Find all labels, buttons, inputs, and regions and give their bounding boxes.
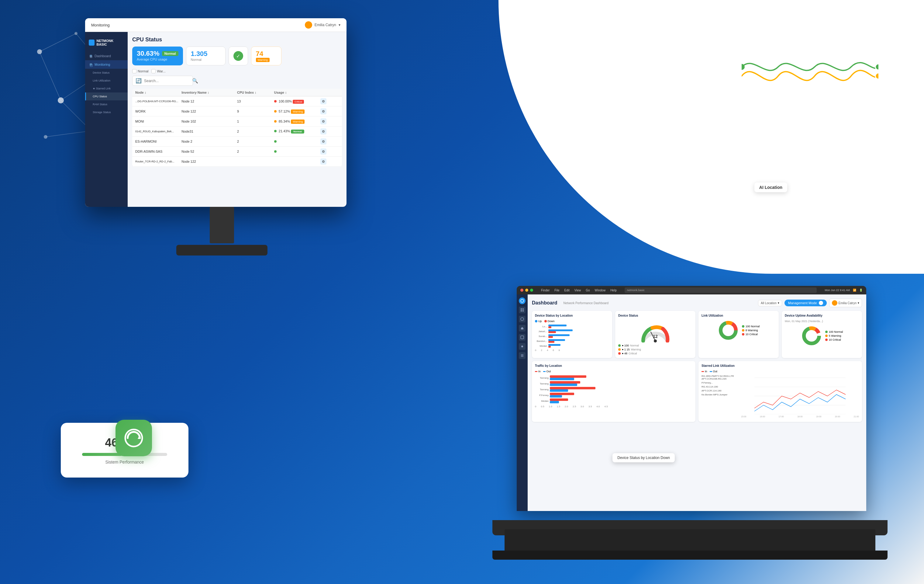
warning-label: War... — [157, 69, 165, 73]
sidebar-icon-4[interactable] — [519, 325, 526, 331]
minimize-button[interactable] — [525, 289, 528, 292]
perf-label: Sistem Performance — [106, 460, 144, 465]
normal-checkbox[interactable] — [132, 69, 137, 73]
sidebar-item-dashboard[interactable]: ⊞ Dashboard — [85, 52, 128, 60]
user-dropdown[interactable]: Emilia Catryn ▾ — [829, 299, 862, 307]
menu-edit[interactable]: Edit — [564, 289, 569, 292]
bar-down — [548, 326, 551, 328]
bar-in — [550, 376, 586, 378]
sidebar-icon-1[interactable] — [519, 298, 526, 304]
up-dot — [535, 320, 537, 323]
menu-window[interactable]: Window — [595, 289, 606, 292]
filter-normal[interactable]: Normal — [132, 69, 148, 73]
usage-cell: 21.43% Normal — [274, 129, 320, 134]
menu-finder[interactable]: Finder — [541, 289, 549, 292]
sidebar-icon-3[interactable] — [519, 316, 526, 323]
gauge-chart: 12 — [640, 321, 670, 342]
sidebar-item-ram[interactable]: RAM Status — [85, 100, 128, 108]
search-input[interactable] — [144, 79, 190, 83]
sidebar-item-link-util[interactable]: Link Utilization — [85, 77, 128, 84]
normal-dot — [742, 325, 744, 328]
legend-warning: 5 Warning — [825, 334, 843, 337]
action-button[interactable]: ⚙ — [320, 118, 327, 124]
stat-1305-card: 1.305 Normal — [186, 46, 226, 65]
sidebar-label-monitoring: Monitoring — [94, 63, 110, 66]
action-button[interactable]: ⚙ — [320, 138, 327, 144]
legend-critical: 10 Critical — [742, 333, 760, 336]
col-node: Node ↕ — [135, 91, 182, 94]
maximize-button[interactable] — [530, 289, 533, 292]
menu-go[interactable]: Go — [586, 289, 590, 292]
monitor-stand — [210, 207, 234, 243]
traffic-row-2: Tanrang — [535, 381, 692, 386]
svg-point-37 — [724, 326, 733, 334]
action-button[interactable]: ⚙ — [320, 149, 327, 154]
warning-dot — [825, 334, 828, 337]
menu-help[interactable]: Help — [610, 289, 617, 292]
legend-warning: ● 1 15 Warning — [618, 348, 692, 351]
sparkline-container: 15:0016:0017:0018:0019:0020:0021:00 — [741, 375, 859, 418]
management-mode-toggle[interactable]: Management Mode — [784, 299, 827, 306]
bar-out — [550, 384, 577, 386]
desktop-monitor: Monitoring Emilia Catryn ▾ NETMONK BASIC — [85, 18, 359, 261]
dropdown-chevron: ▾ — [338, 23, 340, 27]
close-button[interactable] — [520, 289, 523, 292]
bottom-widgets: Traffic by Location In Out — [532, 361, 862, 422]
action-button[interactable]: ⚙ — [320, 128, 327, 134]
critical-count: ● 48 — [622, 352, 627, 355]
stat-1305: 1.305 — [191, 50, 208, 58]
critical-count: 10 Critical — [829, 338, 841, 341]
node-cell: ES-HARMONI — [135, 140, 182, 143]
location-filter[interactable]: All Location ▾ — [758, 300, 782, 306]
sidebar-item-storage[interactable]: Storage Status — [85, 108, 128, 116]
out-legend: Out — [543, 370, 551, 373]
menu-file[interactable]: File — [554, 289, 559, 292]
warning-badge-row: Warning — [291, 109, 305, 114]
sidebar-icon-6[interactable] — [519, 343, 526, 350]
action-button[interactable]: ⚙ — [320, 159, 327, 165]
sidebar-item-cpu[interactable]: CPU Status — [85, 93, 128, 100]
status-indicator — [274, 140, 277, 143]
status-indicator — [274, 100, 277, 103]
time-axis: 15:0016:0017:0018:0019:0020:0021:00 — [741, 415, 859, 418]
search-submit-icon[interactable]: 🔍 — [192, 78, 198, 84]
address-bar[interactable]: netmonk.basic — [625, 288, 817, 293]
table-row: ...DG.POLBAN.MT-CCR1036-RG... Node 12 13… — [132, 96, 342, 106]
filter-warning[interactable]: War... — [151, 69, 165, 73]
search-bar[interactable]: 🔄 🔍 — [132, 76, 193, 86]
laptop-base — [492, 551, 888, 560]
dashboard-title: Dashboard — [532, 300, 558, 306]
sidebar-icon-7[interactable] — [519, 352, 526, 359]
sidebar-icon-2[interactable] — [519, 307, 526, 313]
sidebar-icon-5[interactable] — [519, 334, 526, 341]
svg-line-7 — [40, 33, 76, 52]
dashboard-topbar: Dashboard Network Performance Dashboard … — [532, 299, 862, 307]
x-axis-labels: 02468 — [535, 349, 609, 352]
macos-bar: Finder File Edit View Go Window Help net… — [517, 286, 866, 294]
macos-right: Mon Jun 22 9:41 AM 📶 🔋 — [825, 289, 863, 292]
svg-point-25 — [521, 318, 524, 321]
svg-rect-21 — [521, 308, 522, 309]
legend-normal: 100 Normal — [742, 325, 760, 328]
action-button[interactable]: ⚙ — [320, 108, 327, 114]
usage-cell: 57.12% Warning — [274, 109, 320, 113]
svg-point-27 — [521, 346, 523, 347]
location-legend: Up Down — [535, 320, 609, 323]
bar-down — [548, 346, 551, 347]
traffic-widget: Traffic by Location In Out — [532, 361, 695, 422]
sidebar-item-monitoring[interactable]: ▢ Monitoring — [85, 60, 128, 69]
action-button[interactable]: ⚙ — [320, 98, 327, 104]
device-status-legend: ● 100 Normal ● 1 15 Warning ● 48 — [618, 344, 692, 355]
warning-checkbox[interactable] — [151, 69, 156, 73]
sidebar-item-device-status[interactable]: Device Status — [85, 69, 128, 77]
sidebar-item-starred[interactable]: ★ Starred Link — [85, 84, 128, 93]
warning-card: 74 Warning — [251, 46, 281, 65]
menu-view[interactable]: View — [574, 289, 581, 292]
link-util-legend: 100 Normal 8 Warning 10 Critical — [742, 325, 760, 336]
traffic-label: Tanrang — [535, 377, 549, 379]
cpu-cell: 13 — [237, 99, 274, 103]
donut-chart — [718, 320, 739, 341]
gauge-container: 12 — [618, 320, 692, 344]
traffic-legend: In Out — [535, 370, 692, 373]
cpu-cell: 9 — [237, 109, 274, 113]
